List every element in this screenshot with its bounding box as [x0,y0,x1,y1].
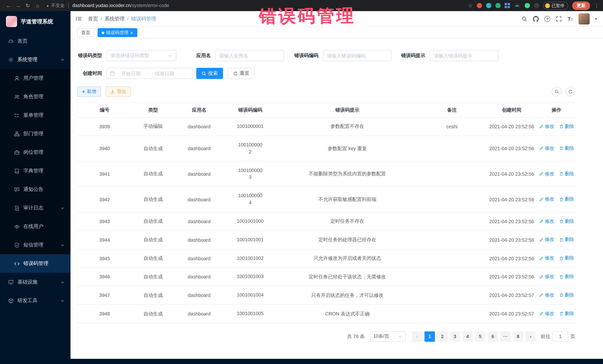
edit-link[interactable]: 修改 [539,218,554,224]
sidebar-item-infrastructure[interactable]: 基础设施 [0,273,70,291]
delete-link[interactable]: 删除 [559,196,574,203]
sidebar-item-dict[interactable]: 字典管理 [0,162,70,180]
search-icon[interactable] [522,16,527,22]
sidebar-item-users[interactable]: 用户管理 [0,69,70,88]
page-button-2[interactable]: 2 [437,331,448,342]
sidebar-item-home[interactable]: 首页 [0,32,70,50]
header-actions: ? TT ▾ [522,13,597,24]
sidebar-item-departments[interactable]: 部门管理 [0,124,70,143]
sidebar-item-roles[interactable]: 角色管理 [0,88,70,106]
breadcrumb-item-home[interactable]: 首页 [88,15,98,22]
page-button-3[interactable]: 3 [450,331,460,342]
security-chip[interactable]: ▲ 不安全 [46,2,65,9]
delete-link[interactable]: 删除 [559,145,574,152]
end-date-input[interactable] [151,71,179,76]
tab-error-code[interactable]: 错误码管理 × [98,28,137,37]
sidebar-collapse-icon[interactable] [76,16,82,22]
error-hint-input[interactable] [430,50,498,61]
extension-leaf-icon[interactable] [524,3,530,8]
help-icon[interactable]: ? [545,16,550,22]
delete-link[interactable]: 删除 [559,292,574,298]
sidebar-item-system[interactable]: 系统管理 [0,50,70,69]
sidebar-item-audit-log[interactable]: 审计日志 [0,199,70,217]
app-name-input[interactable] [215,50,284,61]
delete-link[interactable]: 删除 [559,218,574,224]
extension-teal-icon[interactable] [486,3,491,8]
edit-link[interactable]: 修改 [539,237,554,243]
start-date-input[interactable] [117,71,145,76]
prev-page-icon[interactable]: ‹ [412,331,422,342]
home-icon[interactable]: ⌂ [33,3,42,9]
address-bar[interactable]: dashboard.yudao.iocoder.cn/system/error-… [72,3,169,8]
sidebar-item-menus[interactable]: 菜单管理 [0,106,70,124]
delete-link[interactable]: 删除 [559,123,574,130]
page-button-6[interactable]: 6 [487,331,498,342]
edit-link[interactable]: 修改 [539,171,554,177]
delete-link[interactable]: 删除 [559,255,574,262]
extension-paw-icon[interactable] [534,3,539,8]
fullscreen-icon[interactable] [556,16,562,22]
ops-cell: 修改 删除 [538,187,575,212]
sidebar-item-online-users[interactable]: 在线用户 [0,217,70,236]
paused-badge[interactable]: 已暂停 [543,2,568,10]
page-button-1[interactable]: 1 [425,331,435,342]
goto-page-input[interactable] [553,331,568,342]
sidebar-item-error-code[interactable]: 错误码管理 [0,254,70,273]
extension-grid-icon[interactable] [504,3,510,8]
back-icon[interactable]: ← [4,3,13,9]
edit-link[interactable]: 修改 [539,196,554,203]
more-pages-icon[interactable]: ··· [500,331,510,342]
edit-link[interactable]: 修改 [539,255,554,262]
breadcrumb: 首页 / 系统管理 / 错误码管理 [88,15,156,22]
user-avatar[interactable] [579,13,590,24]
error-type-select[interactable]: 请选择错误码类型 [106,50,176,61]
export-button[interactable]: 导出 [105,86,131,97]
sidebar-item-posts[interactable]: 岗位管理 [0,143,70,162]
page-button-8[interactable]: 8 [513,331,523,342]
user-menu-caret-icon[interactable]: ▾ [595,17,597,21]
sidebar-item-dev-tools[interactable]: 研发工具 [0,291,70,310]
toggle-search-icon[interactable] [552,87,561,96]
close-tab-icon[interactable]: × [130,30,133,35]
update-button[interactable]: 更新 [572,1,590,10]
extension-on-icon[interactable]: on [514,3,521,8]
edit-link[interactable]: 修改 [539,311,554,317]
edit-link[interactable]: 修改 [539,274,554,280]
reload-icon[interactable]: ↻ [23,3,33,9]
page-size-select[interactable]: 10条/页 [370,331,406,342]
next-page-icon[interactable]: › [525,331,536,342]
edit-link[interactable]: 修改 [539,292,554,298]
column-header: 应用名 [174,103,224,117]
date-range-picker[interactable]: - [106,68,193,79]
sidebar-item-sms[interactable]: 短信管理 [0,236,70,254]
app-cell: dashboard [174,268,224,286]
error-code-input[interactable] [323,50,392,61]
edit-link[interactable]: 修改 [539,145,554,152]
delete-link[interactable]: 删除 [559,171,574,177]
sidebar-item-notice[interactable]: 通知公告 [0,180,70,199]
tab-home[interactable]: 首页 [77,28,94,37]
id-cell: 3943 [77,212,132,231]
page-button-4[interactable]: 4 [462,331,473,342]
browser-menu-icon[interactable]: ⋮ [594,3,599,9]
add-button[interactable]: + 新增 [77,86,101,97]
forward-icon[interactable]: → [13,3,23,9]
breadcrumb-item-system[interactable]: 系统管理 [105,15,125,22]
bookmark-star-icon[interactable]: ☆ [468,3,473,9]
delete-link[interactable]: 删除 [559,237,574,243]
github-icon[interactable] [533,16,539,22]
breadcrumb-current: 错误码管理 [131,15,156,22]
table-row: 3947 自动生成 dashboard 1001001004 只有开启状态的任务… [77,286,575,305]
hint-cell: 定时任务已经处于该状态，无需修改 [277,268,418,286]
extension-green-icon[interactable] [495,3,500,8]
extension-red-icon[interactable] [477,3,482,8]
search-button[interactable]: 搜索 [196,68,223,79]
delete-link[interactable]: 删除 [559,274,574,280]
reset-button[interactable]: 重置 [228,68,255,79]
screen: 错误码管理 ← → ↻ ⌂ ▲ 不安全 dashboard.yudao.ioco… [0,0,603,364]
font-size-icon[interactable]: TT [568,16,573,22]
page-button-5[interactable]: 5 [475,331,485,342]
refresh-table-icon[interactable] [566,87,575,96]
edit-link[interactable]: 修改 [539,123,554,130]
delete-link[interactable]: 删除 [559,311,574,317]
